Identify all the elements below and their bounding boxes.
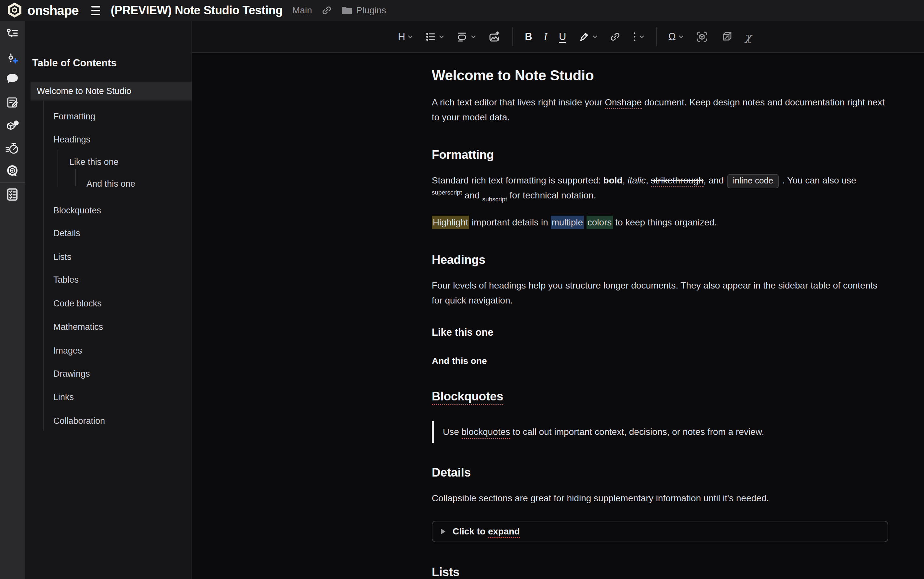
- create-version-icon[interactable]: [6, 51, 18, 64]
- details-disclosure[interactable]: Click to expand: [432, 521, 888, 542]
- branch-label[interactable]: Main: [292, 5, 312, 16]
- hamburger-menu-icon[interactable]: [91, 6, 100, 15]
- doc-paragraph-details: Collapsible sections are great for hidin…: [432, 491, 888, 506]
- link-icon[interactable]: [321, 5, 332, 16]
- onshape-feedback-icon[interactable]: [5, 165, 19, 178]
- toc-item[interactable]: Collaboration: [31, 412, 209, 430]
- toc-item[interactable]: Drawings: [31, 364, 209, 383]
- doc-h2-headings: Headings: [432, 253, 888, 267]
- doc-paragraph-formatting: Standard rich text formatting is support…: [432, 173, 888, 204]
- expand-triangle-icon[interactable]: [441, 528, 446, 535]
- app-header: onshape (PREVIEW) Note Studio Testing Ma…: [0, 0, 924, 21]
- insert-3d-view-button[interactable]: [695, 30, 709, 43]
- document-body[interactable]: Welcome to Note Studio A rich text edito…: [432, 53, 888, 579]
- doc-h1-welcome: Welcome to Note Studio: [432, 67, 888, 84]
- insert-link-button[interactable]: [609, 31, 621, 43]
- list-dropdown[interactable]: [424, 31, 444, 42]
- toc-item[interactable]: Welcome to Note Studio: [31, 82, 192, 100]
- toc-item[interactable]: Lists: [31, 247, 209, 267]
- brand-wordmark: onshape: [27, 3, 78, 18]
- toc-item[interactable]: Formatting: [31, 107, 209, 126]
- highlighter-dropdown[interactable]: [578, 31, 597, 43]
- toc-item[interactable]: Details: [31, 224, 209, 243]
- app-side-rail: ?: [0, 21, 25, 579]
- insert-drawing-button[interactable]: [720, 30, 733, 43]
- rail-divider: [0, 183, 25, 183]
- details-summary-label[interactable]: Click to expand: [452, 524, 520, 539]
- toc-item[interactable]: Images: [31, 341, 209, 360]
- editor-canvas[interactable]: Welcome to Note Studio A rich text edito…: [192, 53, 924, 579]
- doc-paragraph-highlights: Highlight important details in multiple …: [432, 215, 888, 230]
- onshape-logo-icon[interactable]: [7, 2, 22, 18]
- performance-icon[interactable]: [5, 142, 19, 155]
- doc-paragraph-intro: A rich text editor that lives right insi…: [432, 95, 888, 125]
- toc-item[interactable]: Tables: [31, 270, 209, 289]
- doc-h4-and-this-one: And this one: [432, 355, 888, 366]
- doc-paragraph-headings: Four levels of headings help you structu…: [432, 278, 888, 308]
- document-title: (PREVIEW) Note Studio Testing: [111, 3, 282, 17]
- comments-icon[interactable]: [6, 73, 19, 84]
- block-dropdown[interactable]: [456, 31, 476, 43]
- notes-icon[interactable]: [6, 96, 18, 109]
- underline-button[interactable]: U: [559, 31, 566, 42]
- tasks-checklist-icon[interactable]: [6, 188, 18, 201]
- folder-icon: [341, 5, 353, 15]
- toc-item[interactable]: Headings: [31, 130, 209, 149]
- document-outline-icon[interactable]: [6, 28, 19, 40]
- toolbar-separator: [656, 27, 657, 46]
- doc-h2-lists: Lists: [432, 565, 888, 579]
- table-of-contents-panel: Table of Contents Welcome to Note Studio…: [25, 21, 192, 579]
- help-cube-icon[interactable]: ?: [5, 119, 19, 132]
- toc-title: Table of Contents: [32, 57, 116, 69]
- toc-item[interactable]: Blockquotes: [31, 201, 209, 220]
- insert-image-button[interactable]: [488, 31, 501, 43]
- bold-button[interactable]: B: [525, 31, 532, 42]
- toc-item[interactable]: Code blocks: [31, 294, 209, 313]
- doc-h2-details: Details: [432, 466, 888, 480]
- special-characters-dropdown[interactable]: Ω: [668, 31, 684, 42]
- tex-math-button[interactable]: χ: [745, 30, 752, 43]
- more-options-dropdown[interactable]: [633, 31, 645, 42]
- toc-item[interactable]: Links: [31, 388, 209, 407]
- doc-h2-formatting: Formatting: [432, 148, 888, 162]
- blockquote: Use blockquotes to call out important co…: [432, 421, 888, 443]
- folder-location-label[interactable]: Plugins: [356, 5, 386, 16]
- heading-dropdown[interactable]: H: [398, 31, 413, 42]
- toc-item[interactable]: Mathematics: [31, 317, 209, 336]
- toolbar-separator: [513, 27, 513, 46]
- italic-button[interactable]: I: [544, 31, 547, 42]
- doc-h2-blockquotes: Blockquotes: [432, 389, 888, 404]
- doc-h3-like-this-one: Like this one: [432, 326, 888, 339]
